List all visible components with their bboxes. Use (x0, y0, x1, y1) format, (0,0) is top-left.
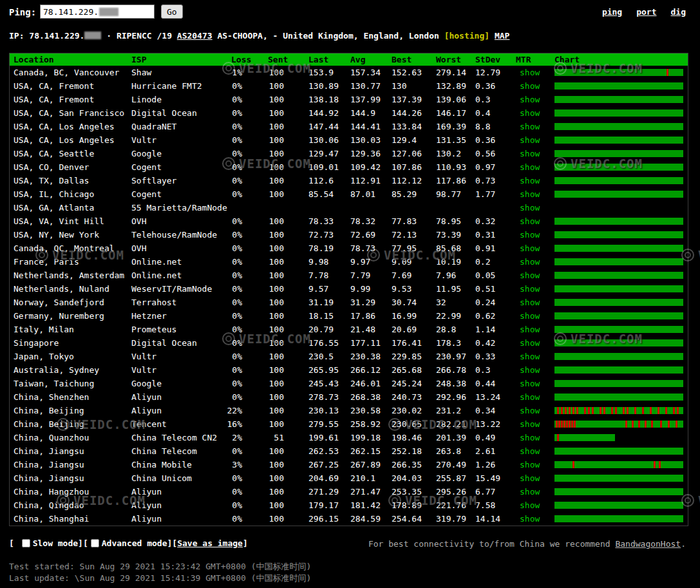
top-toolbar: Ping: Go pingportdig (9, 5, 687, 21)
packet-loss-mark (623, 407, 625, 414)
mtr-show-link[interactable]: show (520, 311, 540, 321)
mtr-show-link[interactable]: show (520, 189, 540, 199)
mtr-show-link[interactable]: show (520, 162, 540, 172)
mtr-show-link[interactable]: show (520, 176, 540, 185)
packet-loss-mark (569, 407, 571, 414)
isp-cell: OVH (131, 242, 231, 255)
mtr-show-link[interactable]: show (520, 365, 540, 375)
mtr-show-link[interactable]: show (520, 81, 540, 91)
mtr-show-link[interactable]: show (520, 338, 540, 348)
avg-cell: 144.41 (350, 120, 392, 133)
packet-loss-mark (572, 407, 574, 414)
asn-link[interactable]: AS20473 (177, 31, 213, 41)
best-cell: 129.4 (392, 133, 436, 147)
packet-loss-mark (611, 407, 613, 414)
loss-cell: 0% (231, 187, 268, 201)
location-cell: Canada, BC, Vancouver (10, 66, 131, 79)
mtr-show-link[interactable]: show (520, 352, 540, 361)
mtr-show-link[interactable]: show (520, 284, 540, 294)
loss-cell: 0% (231, 147, 268, 160)
ip-label: IP: 78.141.229. (9, 31, 84, 41)
mtr-show-link[interactable]: show (520, 135, 540, 145)
mtr-show-link[interactable]: show (520, 473, 540, 483)
save-as-image-link[interactable]: Save as image (177, 538, 243, 548)
mtr-show-link[interactable]: show (520, 203, 540, 213)
chart-cell (553, 187, 688, 201)
sent-cell: 100 (268, 282, 308, 296)
mtr-show-link[interactable]: show (520, 230, 540, 240)
packet-loss-mark (650, 407, 652, 414)
isp-cell: Online.net (131, 255, 231, 269)
mtr-show-link[interactable]: show (520, 68, 540, 77)
mtr-show-link[interactable]: show (520, 406, 540, 415)
ping-input[interactable] (40, 5, 155, 19)
advanced-mode-checkbox[interactable] (91, 539, 99, 547)
mtr-show-link[interactable]: show (520, 108, 540, 118)
table-row: USA, VA, Vint HillOVH0%10078.3378.3277.8… (10, 214, 688, 228)
spacer (489, 31, 495, 41)
latency-chart-bar (554, 461, 683, 468)
mtr-show-link[interactable]: show (520, 149, 540, 158)
location-cell: Netherlands, Amsterdam (10, 269, 131, 282)
last-cell: 7.78 (308, 269, 350, 282)
latency-chart-bar (554, 434, 615, 441)
worst-cell (436, 201, 475, 214)
best-cell: 77.95 (392, 242, 436, 255)
nav-link-ping[interactable]: ping (602, 7, 622, 17)
stdev-cell: 7.58 (475, 498, 516, 512)
latency-chart-bar (554, 326, 683, 333)
mtr-show-link[interactable]: show (520, 379, 540, 388)
avg-cell: 130.03 (350, 133, 392, 147)
mtr-show-link[interactable]: show (520, 487, 540, 497)
mtr-show-link[interactable]: show (520, 419, 540, 429)
location-cell: China, Beijing (10, 404, 131, 417)
map-link[interactable]: MAP (495, 31, 509, 41)
mtr-show-link[interactable]: show (520, 433, 540, 442)
mtr-show-link[interactable]: show (520, 514, 540, 524)
isp-cell: Vultr (131, 363, 231, 377)
isp-cell: Aliyun (131, 390, 231, 404)
mtr-show-link[interactable]: show (520, 460, 540, 469)
mtr-cell: show (516, 471, 553, 485)
mtr-show-link[interactable]: show (520, 243, 540, 253)
isp-cell: Shaw (131, 66, 231, 79)
mtr-show-link[interactable]: show (520, 325, 540, 334)
slow-mode-checkbox[interactable] (22, 539, 30, 547)
worst-cell: 221.76 (436, 498, 475, 512)
table-row: USA, TX, DallasSoftlayer0%100112.6112.91… (10, 174, 688, 187)
go-button[interactable]: Go (161, 5, 183, 19)
mtr-show-link[interactable]: show (520, 298, 540, 307)
worst-cell: 32 (436, 296, 475, 309)
mtr-show-link[interactable]: show (520, 216, 540, 226)
nav-link-dig[interactable]: dig (671, 7, 686, 17)
mtr-show-link[interactable]: show (520, 500, 540, 510)
location-cell: USA, CA, Fremont (10, 93, 131, 106)
mtr-show-link[interactable]: show (520, 257, 540, 267)
isp-cell: Aliyun (131, 404, 231, 417)
worst-cell: 263.8 (436, 444, 475, 458)
stdev-cell: 0.44 (475, 377, 516, 390)
mtr-show-link[interactable]: show (520, 122, 540, 131)
best-cell: 127.06 (392, 147, 436, 160)
chart-cell (553, 377, 688, 390)
chart-cell (553, 66, 688, 79)
column-header-best: Best (392, 53, 436, 66)
nav-link-port[interactable]: port (636, 7, 656, 17)
sent-cell: 100 (268, 296, 308, 309)
loss-cell: 0% (231, 214, 268, 228)
mtr-show-link[interactable]: show (520, 270, 540, 280)
last-cell (308, 201, 350, 214)
last-cell: 271.29 (308, 485, 350, 498)
chart-cell (553, 269, 688, 282)
column-header-mtr: MTR (516, 53, 553, 66)
mtr-cell: show (516, 133, 553, 147)
mtr-show-link[interactable]: show (520, 392, 540, 402)
bandwagonhost-link[interactable]: BandwagonHost (615, 539, 681, 549)
mtr-show-link[interactable]: show (520, 446, 540, 456)
location-cell: USA, CO, Denver (10, 160, 131, 174)
location-cell: China, Beijing (10, 417, 131, 431)
location-cell: Italy, Milan (10, 323, 131, 336)
chart-cell (553, 242, 688, 255)
mtr-show-link[interactable]: show (520, 95, 540, 104)
table-row: China, JiangsuChina Telecom0%100262.5326… (10, 444, 688, 458)
